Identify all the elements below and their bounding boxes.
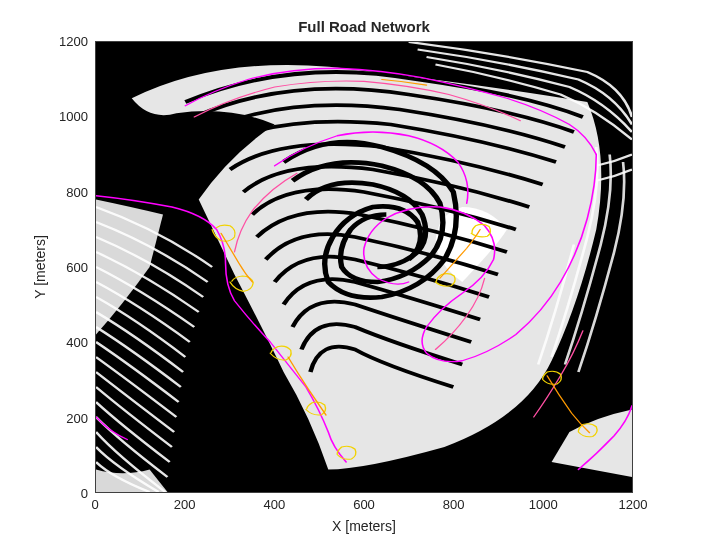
xtick-400: 400	[263, 497, 285, 512]
ytick-0: 0	[28, 486, 88, 501]
ytick-200: 200	[28, 410, 88, 425]
xtick-200: 200	[174, 497, 196, 512]
axes	[95, 41, 633, 493]
xtick-600: 600	[353, 497, 375, 512]
ytick-400: 400	[28, 335, 88, 350]
xtick-1200: 1200	[619, 497, 648, 512]
xtick-1000: 1000	[529, 497, 558, 512]
y-axis-label: Y [meters]	[32, 235, 48, 299]
plot-content	[96, 42, 632, 492]
x-axis-label: X [meters]	[95, 518, 633, 534]
ytick-1000: 1000	[28, 109, 88, 124]
ytick-800: 800	[28, 184, 88, 199]
figure: Full Road Network	[0, 0, 728, 546]
xtick-0: 0	[91, 497, 98, 512]
ytick-1200: 1200	[28, 34, 88, 49]
plot-title: Full Road Network	[95, 18, 633, 35]
xtick-800: 800	[443, 497, 465, 512]
